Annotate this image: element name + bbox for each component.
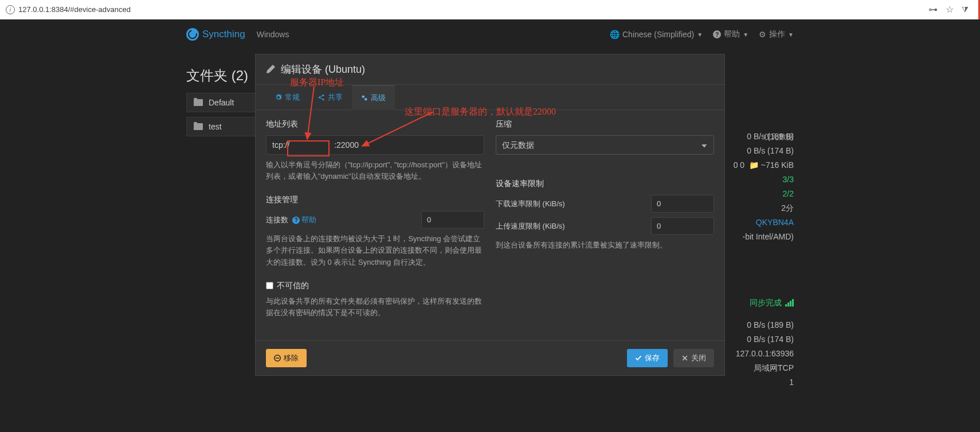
nav-actions[interactable]: ⚙ 操作 ▼ <box>759 29 794 40</box>
addresses-label: 地址列表 <box>266 119 484 129</box>
save-button[interactable]: 保存 <box>627 349 668 367</box>
modal-footer: 移除 保存 关闭 <box>256 340 724 375</box>
modal-right-column: 压缩 仅元数据 设备速率限制 下载速率限制 (KiB/s) 上传速度限制 (Ki… <box>496 119 714 331</box>
ul-limit-label: 上传速度限制 (KiB/s) <box>496 221 565 231</box>
conn-count-label: 连接数 帮助 <box>266 215 316 226</box>
brand-logo-icon <box>186 28 199 41</box>
addresses-help: 输入以半角逗号分隔的（"tcp://ip:port", "tcp://host:… <box>266 159 484 182</box>
untrusted-help: 与此设备共享的所有文件夹都必须有密码保护，这样所有发送的数据在没有密码的情况下是… <box>266 296 484 319</box>
help-icon: ? <box>713 30 721 38</box>
share-icon <box>318 94 325 101</box>
dl-limit-input[interactable] <box>651 195 714 213</box>
ul-limit-input[interactable] <box>651 217 714 235</box>
gear-icon <box>275 94 282 101</box>
folder-icon <box>194 99 203 106</box>
untrusted-checkbox-row[interactable]: 不可信的 <box>266 281 484 291</box>
rate-limit-label: 设备速率限制 <box>496 179 714 189</box>
compression-select[interactable]: 仅元数据 <box>496 135 714 155</box>
compression-label: 压缩 <box>496 119 714 129</box>
check-icon <box>635 355 642 362</box>
sync-status: 同步完成 <box>750 296 794 310</box>
folder-icon <box>194 123 203 130</box>
rate-help-text: 到这台设备所有连接的累计流量被实施了速率限制。 <box>496 239 714 251</box>
dl-limit-label: 下载速率限制 (KiB/s) <box>496 199 565 209</box>
gear-icon: ⚙ <box>759 30 766 39</box>
brand-text: Syncthing <box>202 29 245 40</box>
close-button[interactable]: 关闭 <box>673 349 714 367</box>
cogs-icon <box>361 95 368 101</box>
nav-device-name[interactable]: Windows <box>257 30 289 39</box>
nav-language[interactable]: 🌐 Chinese (Simplified) ▼ <box>610 30 703 39</box>
untrusted-label: 不可信的 <box>277 281 309 291</box>
addresses-input[interactable] <box>266 135 484 155</box>
app-root: Syncthing Windows 🌐 Chinese (Simplified)… <box>0 19 980 432</box>
pencil-icon <box>266 65 275 74</box>
edit-device-modal: 编辑设备 (Ubuntu) 服务器IP地址 这里端口是服务器的，默认就是2200… <box>255 54 725 376</box>
annotation-ip: 服务器IP地址 <box>290 77 344 89</box>
browser-action-icons: ⊶ ☆ ⧩ <box>928 4 969 15</box>
minus-circle-icon <box>274 355 281 362</box>
conn-mgmt-label: 连接管理 <box>266 195 484 205</box>
svg-point-5 <box>362 96 365 99</box>
nav-help[interactable]: ? 帮助 ▼ <box>713 29 748 40</box>
signal-icon <box>785 299 794 307</box>
key-icon[interactable]: ⊶ <box>928 4 938 15</box>
navbar: Syncthing Windows 🌐 Chinese (Simplified)… <box>186 19 794 49</box>
close-icon <box>681 355 688 362</box>
tab-advanced[interactable]: 高级 <box>352 85 395 110</box>
caret-down-icon: ▼ <box>743 32 748 38</box>
url-text: 127.0.0.1:8384/#device-advanced <box>18 5 131 14</box>
bookmark-star-icon[interactable]: ☆ <box>946 4 954 15</box>
conn-count-input[interactable] <box>421 211 484 229</box>
modal-title: 编辑设备 (Ubuntu) <box>281 62 365 76</box>
folder-label: Default <box>209 98 234 107</box>
caret-down-icon: ▼ <box>788 32 794 38</box>
untrusted-checkbox[interactable] <box>266 282 273 289</box>
conn-help-text: 当两台设备上的连接数均被设为大于 1 时，Syncthing 会尝试建立多个并行… <box>266 233 484 268</box>
info-icon: i <box>6 5 15 14</box>
svg-point-6 <box>364 98 367 101</box>
brand[interactable]: Syncthing <box>186 28 245 41</box>
annotation-port: 这里端口是服务器的，默认就是22000 <box>405 106 556 118</box>
folder-label: test <box>209 122 222 131</box>
browser-chrome: i 127.0.0.1:8384/#device-advanced ⊶ ☆ ⧩ <box>0 0 980 19</box>
delete-button[interactable]: 移除 <box>266 349 307 367</box>
extensions-icon[interactable]: ⧩ <box>962 5 969 14</box>
conn-help-link[interactable]: 帮助 <box>292 215 316 225</box>
svg-rect-8 <box>276 358 279 359</box>
modal-left-column: 地址列表 输入以半角逗号分隔的（"tcp://ip:port", "tcp://… <box>266 119 484 331</box>
globe-icon: 🌐 <box>610 30 620 39</box>
url-bar[interactable]: i 127.0.0.1:8384/#device-advanced <box>6 5 924 14</box>
caret-down-icon: ▼ <box>697 32 703 38</box>
lower-conn-count: 1 <box>645 375 794 390</box>
